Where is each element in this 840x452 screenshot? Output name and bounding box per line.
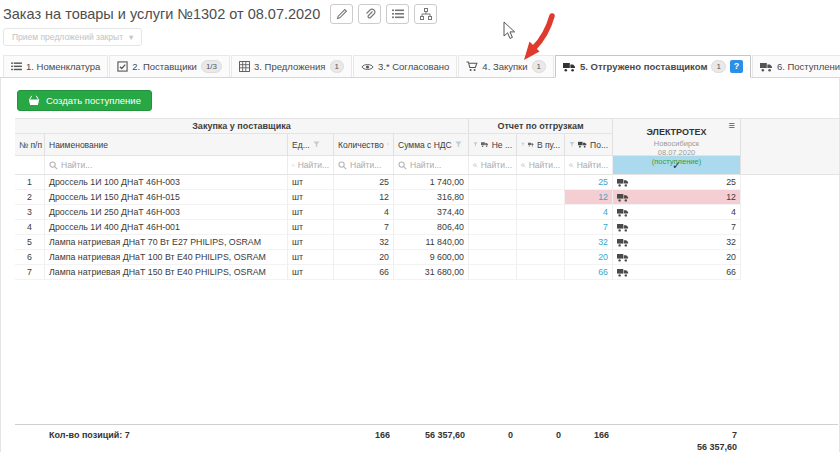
footer-supplier-totals: 7 56 357,60 [613,430,741,452]
row-supplier-cell: 4 [613,205,741,220]
filter-icon[interactable] [473,141,478,148]
table-footer: Кол-во позиций: 7 166 56 357,60 0 0 166 … [15,424,838,452]
create-receipt-button[interactable]: Создать поступление [17,90,152,111]
tab-purchases[interactable]: 4. Закупки 1 [458,55,554,77]
row-received-link[interactable]: 20 [565,250,613,265]
row-name: Дроссель 1И 400 ДНаТ 46Н-001 [45,220,288,235]
search-received-input[interactable]: Найти... [565,156,613,175]
shipment-truck-icon [617,268,629,277]
table-row[interactable]: 4 Дроссель 1И 400 ДНаТ 46Н-001 шт 7 806,… [15,220,839,235]
eye-icon [361,62,374,72]
search-name-input[interactable]: Найти... [45,156,288,175]
list-icon [11,62,22,71]
row-name: Лампа натриевая ДНаТ 150 Вт Е40 PHILIPS,… [45,265,288,280]
row-not-shipped [469,205,517,220]
row-supplier-cell: 7 [613,220,741,235]
row-num: 5 [15,235,45,250]
row-received-link[interactable]: 12 [565,190,613,205]
search-icon [49,161,58,170]
filter-icon[interactable] [521,141,525,148]
row-received-link[interactable]: 66 [565,265,613,280]
tab-badge: 1 [532,60,546,73]
col-header-qty[interactable]: Количество [334,134,394,156]
search-not-shipped-input[interactable]: Найти... [469,156,517,175]
filter-icon[interactable] [569,141,575,148]
search-placeholder: Найти... [529,160,560,170]
tab-badge: 1 [330,60,344,73]
row-qty: 25 [334,175,394,190]
tab-badge: 1/3 [201,60,222,73]
tab-receipts[interactable]: 6. Поступления 1 [752,55,840,77]
row-unit: шт [288,205,334,220]
shipment-truck-icon [617,193,629,202]
row-received-link[interactable]: 7 [565,220,613,235]
hierarchy-button[interactable] [414,4,437,24]
table-row[interactable]: 7 Лампа натриевая ДНаТ 150 Вт Е40 PHILIP… [15,265,839,280]
row-qty: 66 [334,265,394,280]
table-row[interactable]: 5 Лампа натриевая ДНаТ 70 Вт Е27 PHILIPS… [15,235,839,250]
attachment-button[interactable] [358,4,381,24]
menu-icon[interactable]: ≡ [729,120,735,131]
col-header-name[interactable]: Наименование [45,134,288,156]
list-view-button[interactable] [386,4,409,24]
row-supplier-cell: 20 [613,250,741,265]
tab-proposals[interactable]: 3. Предложения 1 [231,55,352,77]
row-num: 7 [15,265,45,280]
table-row[interactable]: 3 Дроссель 1И 250 ДНаТ 46Н-003 шт 4 374,… [15,205,839,220]
row-supplier-cell: 66 [613,265,741,280]
search-placeholder: Найти... [61,160,92,170]
tab-label: 4. Закупки [482,61,527,72]
row-not-shipped [469,265,517,280]
table-row[interactable]: 2 Дроссель 1И 150 ДНаТ 46Н-015 шт 12 316… [15,190,839,205]
filter-icon[interactable] [455,141,462,148]
tab-suppliers[interactable]: 2. Поставщики 1/3 [109,55,230,77]
row-received-link[interactable]: 4 [565,205,613,220]
row-sum: 31 680,00 [394,265,469,280]
row-unit: шт [288,265,334,280]
col-header-not-shipped[interactable]: Не ... [469,134,517,156]
help-badge[interactable]: ? [730,60,743,73]
col-header-num[interactable]: № п/п [15,134,45,156]
truck-icon [578,140,587,149]
tab-nomenclature[interactable]: 1. Номенклатура [3,55,108,77]
search-icon [569,161,574,170]
tab-approved[interactable]: 3.* Согласовано [353,55,457,77]
proposals-status-label: Прием предложений закрыт [12,32,123,42]
edit-button[interactable] [330,4,353,24]
row-received-link[interactable]: 32 [565,235,613,250]
row-sum: 316,80 [394,190,469,205]
search-qty-input[interactable]: Найти... [334,156,394,175]
table-row[interactable]: 1 Дроссель 1И 100 ДНаТ 46Н-003 шт 25 1 7… [15,175,839,190]
shipment-truck-icon [617,208,629,217]
col-header-in-transit[interactable]: В пу... [517,134,565,156]
mouse-cursor [503,21,516,40]
filter-icon[interactable] [313,141,320,148]
shipment-truck-icon [617,238,629,247]
supplier-name: ЭЛЕКТРОТЕХ [647,127,707,137]
row-unit: шт [288,175,334,190]
search-sum-input[interactable]: Найти... [394,156,469,175]
table-row[interactable]: 6 Лампа натриевая ДНаТ 100 Вт Е40 PHILIP… [15,250,839,265]
search-icon [292,161,295,170]
tab-shipped-by-supplier[interactable]: 5. Отгружено поставщиком 1 ? [555,55,751,78]
footer-not-shipped-total: 0 [469,430,517,452]
row-not-shipped [469,250,517,265]
row-qty: 7 [334,220,394,235]
filter-icon[interactable] [387,141,389,148]
delivery-truck-icon [760,62,773,72]
col-header-received[interactable]: По... [565,134,613,156]
header-filler [741,118,839,175]
search-in-transit-input[interactable]: Найти... [517,156,565,175]
search-unit-input[interactable]: Найти... [288,156,334,175]
row-received-link[interactable]: 25 [565,175,613,190]
row-sum: 1 740,00 [394,175,469,190]
row-in-transit [517,250,565,265]
row-supplier-qty: 4 [731,207,736,217]
tab-label: 3. Предложения [254,61,325,72]
create-receipt-label: Создать поступление [46,95,141,106]
col-header-unit[interactable]: Ед... [288,134,334,156]
proposals-status-button[interactable]: Прием предложений закрыт ▾ [3,28,142,46]
col-header-sum[interactable]: Сумма с НДС [394,134,469,156]
row-sum: 374,40 [394,205,469,220]
cart-icon [466,61,478,72]
